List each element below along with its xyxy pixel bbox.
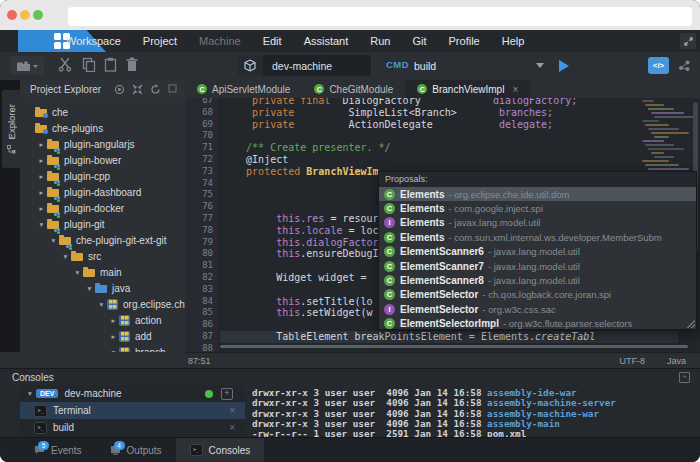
tree-item-src[interactable]: ▾src [20, 248, 185, 264]
add-console-icon[interactable]: + [679, 372, 690, 383]
menu-item-assistant[interactable]: Assistant [304, 35, 349, 47]
editor-tab-apiservletmodule[interactable]: CApiServletModule [185, 80, 302, 98]
tree-item-java[interactable]: ▾java [20, 280, 185, 296]
minimap-line [648, 128, 679, 130]
tree-item-che-plugin-git-ext-git[interactable]: ▾che-plugin-git-ext-git [20, 232, 185, 248]
menu-item-git[interactable]: Git [412, 35, 426, 47]
new-project-button[interactable] [10, 56, 44, 75]
tree-item-main[interactable]: ▾main [20, 264, 185, 280]
proposal-item-elementselectorimpl[interactable]: CElementSelectorImpl- org.w3c.flute.pars… [379, 317, 696, 330]
chevron-right-icon[interactable]: ▸ [36, 204, 47, 213]
chevron-right-icon[interactable]: ▸ [36, 140, 47, 149]
refresh-icon[interactable] [150, 84, 161, 95]
folder-git-icon [35, 109, 47, 117]
line-number: 86 [202, 319, 213, 331]
code-line[interactable]: this.dialogFactor [222, 237, 379, 249]
chevron-right-icon[interactable]: ▸ [36, 188, 47, 197]
proposal-item-elements[interactable]: IElements- javax.lang.model.util [379, 216, 696, 230]
code-line[interactable]: TableElement breakPointsElement = Elemen… [222, 331, 595, 343]
add-terminal-button[interactable]: + [221, 388, 233, 400]
chevron-down-icon[interactable]: ▾ [84, 284, 95, 293]
explorer-vertical-tab[interactable]: Explorer [2, 90, 20, 168]
chevron-right-icon[interactable]: ▸ [108, 332, 119, 341]
close-process-icon[interactable]: × [229, 422, 235, 433]
command-selector[interactable]: build [414, 55, 544, 76]
code-line[interactable]: private final DialogFactory dialogFactor… [222, 98, 577, 107]
delete-button[interactable] [126, 57, 138, 72]
run-command-button[interactable] [553, 57, 573, 75]
tree-item-org.eclipse.che[interactable]: ▾org.eclipse.che [20, 296, 185, 312]
bottom-tab-outputs[interactable]: Outputs4 [96, 438, 176, 462]
proposal-item-elementselector[interactable]: IElementSelector- org.w3c.css.sac [379, 302, 696, 316]
zoom-window-button[interactable] [33, 10, 43, 20]
code-line[interactable]: private SimpleList<Branch> branches; [222, 107, 553, 119]
code-line[interactable]: this.setTitle(lo [222, 296, 373, 308]
editor-tab-chegitmodule[interactable]: CCheGitModule [302, 80, 405, 98]
proposal-item-elements[interactable]: CElements- com.google.inject.spi [379, 201, 696, 215]
share-button[interactable] [675, 57, 693, 74]
code-line[interactable]: protected BranchViewIm [222, 166, 379, 178]
code-line[interactable]: this.setWidget(w [222, 307, 373, 319]
tree-item-plugin-dashboard[interactable]: ▸plugin-dashboard [20, 184, 185, 200]
menu-item-project[interactable]: Project [143, 35, 177, 47]
process-row-build[interactable]: >_build× [20, 419, 245, 436]
process-row-terminal[interactable]: >_Terminal× [20, 402, 245, 419]
code-line[interactable]: Widget widget = [222, 272, 373, 284]
tree-item-add[interactable]: ▸add [20, 328, 185, 344]
bottom-tab-consoles[interactable]: >_Consoles [176, 438, 265, 462]
toggle-editor-button[interactable]: </> [648, 57, 669, 74]
chevron-right-icon[interactable]: ▸ [36, 172, 47, 181]
tree-item-plugin-cpp[interactable]: ▸plugin-cpp [20, 168, 185, 184]
chevron-down-icon[interactable]: ▾ [48, 236, 59, 245]
chevron-down-icon[interactable]: ▾ [60, 252, 71, 261]
code-line[interactable]: /** Create presenter. */ [222, 142, 391, 154]
proposal-item-elementscanner6[interactable]: CElementScanner6- javax.lang.model.util [379, 245, 696, 259]
menu-item-run[interactable]: Run [370, 35, 390, 47]
proposal-item-elements[interactable]: CElements- com.sun.xml.internal.ws.devel… [379, 230, 696, 244]
chevron-down-icon[interactable]: ▾ [96, 300, 107, 309]
code-line[interactable]: @Inject [222, 154, 288, 166]
tree-item-che-plugins[interactable]: che-plugins [20, 120, 185, 136]
browser-address-bar[interactable] [68, 7, 692, 26]
folder-icon [83, 269, 95, 277]
proposal-item-elementscanner7[interactable]: CElementScanner7- javax.lang.model.util [379, 259, 696, 273]
menu-item-edit[interactable]: Edit [263, 35, 282, 47]
code-line[interactable]: this.res = resour [222, 213, 379, 225]
cut-button[interactable] [58, 57, 72, 72]
close-tab-icon[interactable]: × [512, 84, 518, 95]
copy-button[interactable] [82, 57, 96, 72]
chevron-right-icon[interactable]: ▸ [108, 316, 119, 325]
chevron-right-icon[interactable]: ▸ [36, 156, 47, 165]
tree-item-action[interactable]: ▸action [20, 312, 185, 328]
menu-item-profile[interactable]: Profile [449, 35, 480, 47]
tree-item-plugin-docker[interactable]: ▸plugin-docker [20, 200, 185, 216]
bottom-tab-events[interactable]: Events5 [20, 438, 96, 462]
proposal-item-elements[interactable]: CElements- org.eclipse.che.ide.util.dom [379, 187, 696, 201]
code-line[interactable]: this.ensureDebugI [222, 248, 379, 260]
close-window-button[interactable] [7, 10, 17, 20]
tree-item-plugin-angularjs[interactable]: ▸plugin-angularjs [20, 136, 185, 152]
minimize-window-button[interactable] [20, 10, 30, 20]
collapse-all-icon[interactable] [132, 84, 143, 95]
editor-horizontal-scrollbar[interactable] [220, 345, 688, 348]
proposal-name: Elements [400, 203, 444, 214]
link-with-editor-icon[interactable] [114, 84, 125, 95]
fullscreen-toggle-button[interactable] [680, 33, 696, 49]
tree-item-plugin-git[interactable]: ▾plugin-git [20, 216, 185, 232]
proposal-item-elementselector[interactable]: CElementSelector- ch.qos.logback.core.jo… [379, 288, 696, 302]
tree-item-che[interactable]: che [20, 104, 185, 120]
code-line[interactable]: this.locale = loc [222, 225, 379, 237]
menu-item-workspace[interactable]: Workspace [66, 35, 121, 47]
proposal-item-elementscanner8[interactable]: CElementScanner8- javax.lang.model.util [379, 273, 696, 287]
tree-item-plugin-bower[interactable]: ▸plugin-bower [20, 152, 185, 168]
editor-tab-branchviewimpl[interactable]: CBranchViewImpl× [405, 80, 530, 98]
minimize-panel-icon[interactable] [168, 84, 177, 93]
machine-row[interactable]: ▾ DEV dev-machine + [20, 385, 245, 402]
menu-item-help[interactable]: Help [502, 35, 525, 47]
machine-selector[interactable]: dev-machine [237, 55, 371, 76]
close-process-icon[interactable]: × [229, 405, 235, 416]
code-line[interactable]: private ActionDelegate delegate; [222, 119, 553, 131]
chevron-down-icon[interactable]: ▾ [36, 220, 47, 229]
chevron-down-icon[interactable]: ▾ [72, 268, 83, 277]
paste-button[interactable] [104, 57, 117, 72]
